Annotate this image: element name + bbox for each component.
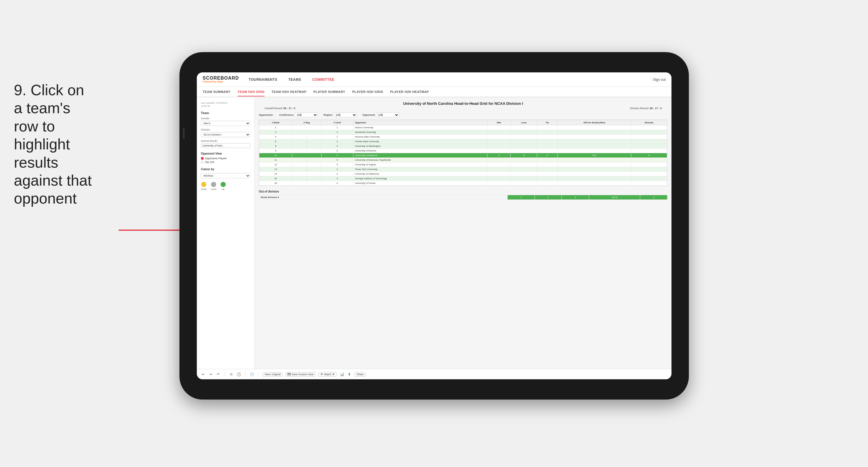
sign-out-link[interactable]: Sign out bbox=[653, 78, 666, 82]
legend-down: Down bbox=[201, 182, 207, 191]
col-tie: Tie bbox=[537, 120, 558, 125]
toolbar-sep-3 bbox=[258, 372, 258, 377]
watch-icon: 👁 bbox=[320, 373, 323, 376]
instruction-text: 9. Click on a team's row to highlight re… bbox=[14, 81, 95, 208]
back-icon[interactable]: ↶ bbox=[216, 372, 221, 377]
records-row: Overall Record: 89 - 17 - 0 Division Rec… bbox=[259, 107, 668, 110]
sub-nav-team-h2h-heatmap[interactable]: TEAM H2H HEATMAP bbox=[272, 88, 307, 96]
nav-teams[interactable]: TEAMS bbox=[287, 78, 303, 82]
overall-record: Overall Record: 89 - 17 - 0 bbox=[265, 107, 295, 110]
sub-nav-player-summary[interactable]: PLAYER SUMMARY bbox=[313, 88, 345, 96]
view-original-btn[interactable]: View: Original bbox=[262, 372, 282, 377]
opponent-filter-select[interactable]: (All) bbox=[376, 113, 399, 117]
out-div-loss: 0 bbox=[534, 195, 562, 200]
last-updated: Last Updated: 27/03/2024 16:55:38 bbox=[201, 101, 250, 108]
undo-icon[interactable]: ↩ bbox=[201, 372, 206, 377]
school-input[interactable] bbox=[201, 143, 250, 148]
table-row[interactable]: 9-3University of Arizona bbox=[259, 148, 667, 153]
radio-dot-top100 bbox=[201, 161, 204, 164]
filters-row: Opponents: Conference (All) Region (All) bbox=[259, 113, 668, 117]
out-of-division-title: Out of division bbox=[259, 190, 668, 193]
watch-btn[interactable]: 👁 Watch ▼ bbox=[318, 372, 337, 377]
save-custom-view-btn[interactable]: 💾 Save Custom View bbox=[285, 372, 315, 377]
sub-nav-team-h2h-grid[interactable]: TEAM H2H GRID bbox=[238, 88, 265, 96]
main-content: Last Updated: 27/03/2024 16:55:38 Team G… bbox=[197, 97, 672, 369]
col-reg: # Reg bbox=[292, 120, 321, 125]
logo-subtitle: Powered by clippi bbox=[203, 81, 239, 83]
col-rank: # Rank bbox=[259, 120, 292, 125]
tablet-frame: SCOREBOARD Powered by clippi TOURNAMENTS… bbox=[180, 52, 689, 400]
nav-tournaments[interactable]: TOURNAMENTS bbox=[248, 78, 279, 82]
out-of-div-row[interactable]: NCAA Division II 1 0 0 26.00 3 bbox=[259, 195, 668, 200]
tablet-screen: SCOREBOARD Powered by clippi TOURNAMENTS… bbox=[197, 72, 672, 379]
sub-nav-player-h2h-grid[interactable]: PLAYER H2H GRID bbox=[352, 88, 383, 96]
radio-opponents-played[interactable]: Opponents Played bbox=[201, 157, 250, 160]
clock-icon[interactable]: 🕐 bbox=[249, 372, 254, 377]
sub-nav: TEAM SUMMARY TEAM H2H GRID TEAM H2H HEAT… bbox=[197, 87, 672, 97]
table-row[interactable]: 6-2Florida State University bbox=[259, 139, 667, 144]
out-div-label: NCAA Division II bbox=[259, 195, 508, 200]
sub-nav-player-h2h-heatmap[interactable]: PLAYER H2H HEATMAP bbox=[390, 88, 429, 96]
instruction-number: 9. bbox=[14, 82, 26, 98]
table-row[interactable]: 16-3University of Florida bbox=[259, 181, 667, 185]
down-circle bbox=[201, 182, 206, 187]
region-filter-select[interactable]: (All) bbox=[334, 113, 357, 117]
grid-area: University of North Carolina Head-to-Hea… bbox=[255, 97, 672, 369]
filter-region-group: Region (All) bbox=[323, 113, 357, 117]
table-row[interactable]: 13-1Texas Tech University bbox=[259, 167, 667, 172]
watch-chevron: ▼ bbox=[332, 373, 335, 376]
logo-title: SCOREBOARD bbox=[203, 76, 239, 81]
out-of-division-table: NCAA Division II 1 0 0 26.00 3 bbox=[259, 195, 668, 200]
data-table-wrapper: # Rank # Reg # Conf Opponent Win Loss Ti… bbox=[259, 120, 668, 186]
colour-by-title: Colour by bbox=[201, 168, 250, 171]
colour-legend: Down Level Up bbox=[201, 182, 250, 191]
school-label: School (Rank) bbox=[201, 140, 250, 142]
division-label: Division bbox=[201, 128, 250, 131]
out-div-win: 1 bbox=[507, 195, 534, 200]
nav-links: TOURNAMENTS TEAMS COMMITTEE bbox=[248, 78, 651, 82]
sub-nav-team-summary[interactable]: TEAM SUMMARY bbox=[203, 88, 231, 96]
division-select[interactable]: NCAA Division I bbox=[201, 132, 250, 137]
h2h-grid-table: # Rank # Reg # Conf Opponent Win Loss Ti… bbox=[259, 120, 667, 185]
redo-icon[interactable]: ↪ bbox=[208, 372, 213, 377]
paste-icon[interactable]: 📋 bbox=[237, 372, 241, 377]
filter-opponent-group: Opponent (All) bbox=[363, 113, 399, 117]
radio-dot-opponents bbox=[201, 157, 204, 160]
division-record: Division Record: 88 - 17 - 0 bbox=[630, 107, 662, 110]
filter-conference-group: Conference (All) bbox=[279, 113, 318, 117]
filter-conference: Opponents: bbox=[259, 114, 274, 116]
table-row[interactable]: 4-1Arizona State University bbox=[259, 135, 667, 139]
table-row[interactable]: 15-4Georgia Institute of Technology bbox=[259, 176, 667, 181]
logo-area: SCOREBOARD Powered by clippi bbox=[203, 76, 239, 83]
table-row[interactable]: 12-3University of Virginia bbox=[259, 163, 667, 167]
table-row[interactable]: 11-6University of Arkansas, Fayetteville bbox=[259, 158, 667, 163]
table-row[interactable]: 2-1Auburn University bbox=[259, 125, 667, 130]
colour-by-select[interactable]: Win/loss bbox=[201, 173, 250, 178]
team-section-title: Team bbox=[201, 111, 250, 115]
col-loss: Loss bbox=[510, 120, 537, 125]
table-row[interactable]: 11-5University of Alabama3002.618 bbox=[259, 153, 667, 158]
col-opponent: Opponent bbox=[353, 120, 487, 125]
out-div-rounds: 3 bbox=[640, 195, 668, 200]
out-div-diff: 26.00 bbox=[589, 195, 640, 200]
table-row[interactable]: 3-2Vanderbilt University bbox=[259, 130, 667, 135]
col-conf: # Conf bbox=[321, 120, 353, 125]
radio-top-100[interactable]: Top 100 bbox=[201, 161, 250, 164]
legend-level: Level bbox=[211, 182, 216, 191]
instruction-body: Click on a team's row to highlight resul… bbox=[14, 82, 92, 207]
conference-filter-select[interactable]: (All) bbox=[294, 113, 318, 117]
grid-title: University of North Carolina Head-to-Hea… bbox=[259, 101, 668, 106]
gender-label: Gender bbox=[201, 117, 250, 120]
nav-committee[interactable]: COMMITTEE bbox=[311, 78, 336, 82]
table-row[interactable]: 8-2University of Washington bbox=[259, 144, 667, 148]
gender-select[interactable]: Men's bbox=[201, 121, 250, 126]
col-rounds: Rounds bbox=[631, 120, 667, 125]
level-circle bbox=[211, 182, 216, 187]
copy-icon[interactable]: ⎘ bbox=[229, 372, 234, 377]
share-btn[interactable]: Share bbox=[354, 372, 366, 377]
download-icon[interactable]: ⬇ bbox=[347, 372, 352, 377]
top-nav: SCOREBOARD Powered by clippi TOURNAMENTS… bbox=[197, 72, 672, 87]
present-icon[interactable]: 📊 bbox=[340, 372, 344, 377]
save-icon: 💾 bbox=[287, 373, 290, 376]
table-row[interactable]: 14-2University of Oklahoma bbox=[259, 172, 667, 176]
